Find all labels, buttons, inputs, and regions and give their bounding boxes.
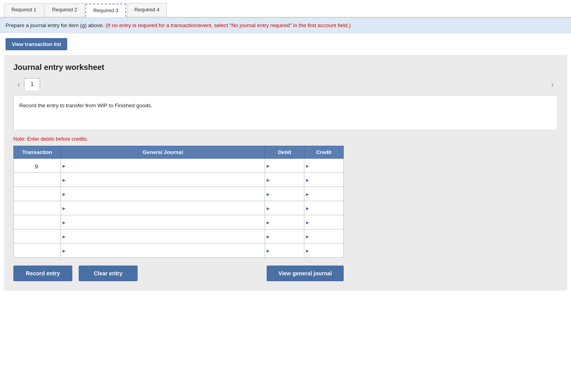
transaction-cell [14,229,61,244]
debit-input[interactable] [265,215,304,229]
debit-input[interactable] [265,187,304,201]
credit-cell[interactable] [304,187,344,201]
col-header-general-journal: General Journal [61,146,265,159]
instruction-bar: Prepare a journal entry for item (g) abo… [0,18,571,33]
debit-input[interactable] [265,201,304,215]
general-journal-input[interactable] [61,215,265,229]
worksheet-title: Journal entry worksheet [13,63,558,72]
clear-entry-button[interactable]: Clear entry [79,266,138,281]
general-journal-cell[interactable] [61,215,265,229]
table-row: g. [14,159,344,173]
general-journal-cell[interactable] [61,244,265,258]
credit-cell[interactable] [304,159,344,173]
debit-input[interactable] [265,244,304,257]
table-row [14,201,344,215]
tabs-bar: Required 1 Required 2 Required 3 Require… [0,0,571,18]
tab-required-4[interactable]: Required 4 [127,3,167,17]
debit-input[interactable] [265,173,304,187]
transaction-cell [14,201,61,215]
col-header-debit: Debit [265,146,304,159]
tab-required-3[interactable]: Required 3 [85,4,126,17]
tab-required-1[interactable]: Required 1 [4,3,44,17]
credit-cell[interactable] [304,173,344,187]
table-row [14,215,344,229]
debit-cell[interactable] [265,201,304,215]
credit-input[interactable] [304,244,343,257]
instruction-red-text: (If no entry is required for a transacti… [105,22,350,28]
prev-page-arrow[interactable]: ‹ [13,78,24,90]
general-journal-cell[interactable] [61,187,265,201]
table-row [14,229,344,244]
action-buttons: Record entry Clear entry View general jo… [13,266,344,281]
note-text: Note: Enter debits before credits. [13,136,558,142]
debit-cell[interactable] [265,244,304,258]
debit-cell[interactable] [265,187,304,201]
credit-cell[interactable] [304,215,344,229]
debit-cell[interactable] [265,229,304,244]
table-row [14,187,344,201]
record-entry-button[interactable]: Record entry [13,266,72,281]
debit-cell[interactable] [265,159,304,173]
general-journal-input[interactable] [61,229,265,243]
debit-input[interactable] [265,229,304,243]
general-journal-cell[interactable] [61,201,265,215]
general-journal-input[interactable] [61,244,265,257]
credit-cell[interactable] [304,201,344,215]
col-header-transaction: Transaction [14,146,61,159]
general-journal-input[interactable] [61,201,265,215]
general-journal-input[interactable] [61,159,265,172]
tab-navigation: ‹ 1 › [13,78,558,90]
general-journal-input[interactable] [61,173,265,187]
debit-cell[interactable] [265,215,304,229]
entry-description-box: Record the entry to transfer from WIP to… [13,95,558,130]
transaction-cell: g. [14,159,61,173]
view-general-journal-button[interactable]: View general journal [267,266,344,281]
transaction-cell [14,187,61,201]
debit-cell[interactable] [265,173,304,187]
transaction-cell [14,244,61,258]
next-page-arrow[interactable]: › [547,78,558,90]
credit-input[interactable] [304,173,343,187]
credit-input[interactable] [304,201,343,215]
table-row [14,173,344,187]
general-journal-cell[interactable] [61,229,265,244]
journal-table: Transaction General Journal Debit Credit… [13,146,344,258]
view-transaction-list-button[interactable]: View transaction list [6,38,67,50]
current-page-number: 1 [24,78,41,90]
general-journal-cell[interactable] [61,173,265,187]
instruction-main-text: Prepare a journal entry for item (g) abo… [6,22,104,28]
col-header-credit: Credit [304,146,344,159]
credit-cell[interactable] [304,244,344,258]
credit-input[interactable] [304,159,343,172]
general-journal-input[interactable] [61,187,265,201]
credit-cell[interactable] [304,229,344,244]
credit-input[interactable] [304,229,343,243]
transaction-cell [14,173,61,187]
entry-description-text: Record the entry to transfer from WIP to… [19,103,152,108]
debit-input[interactable] [265,159,304,172]
transaction-cell [14,215,61,229]
credit-input[interactable] [304,215,343,229]
worksheet-container: Journal entry worksheet ‹ 1 › Record the… [4,55,567,291]
general-journal-cell[interactable] [61,159,265,173]
tab-required-2[interactable]: Required 2 [45,3,85,17]
credit-input[interactable] [304,187,343,201]
table-row [14,244,344,258]
